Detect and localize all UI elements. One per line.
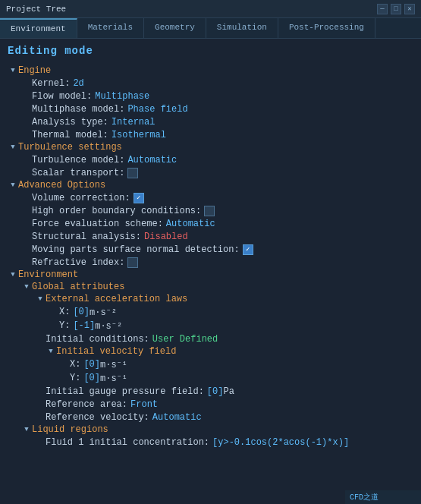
liquid-regions-header[interactable]: Liquid regions: [21, 424, 413, 436]
accel-x-row: X: [0] m·s⁻²: [49, 305, 413, 319]
multiphase-model-row: Multiphase model: Phase field: [21, 102, 413, 115]
liquid-regions-label: Liquid regions: [32, 424, 108, 435]
advanced-header[interactable]: Advanced Options: [8, 179, 413, 191]
environment-header[interactable]: Environment: [8, 269, 413, 281]
initial-velocity-label: Initial velocity field: [56, 346, 176, 357]
close-button[interactable]: ✕: [404, 4, 415, 14]
tab-geometry[interactable]: Geometry: [144, 18, 206, 38]
initial-velocity-header[interactable]: Initial velocity field: [35, 345, 413, 358]
thermal-model-value[interactable]: Isothermal: [112, 130, 166, 140]
turbulence-section: Turbulence settings Turbulence model: Au…: [8, 141, 413, 179]
initial-conditions-value[interactable]: User Defined: [152, 334, 218, 345]
restore-button[interactable]: □: [391, 4, 401, 14]
moving-parts-row: Moving parts surface normal detection:: [21, 243, 413, 256]
refractive-index-label: Refractive index:: [32, 257, 124, 268]
velocity-x-label: X:: [70, 359, 80, 370]
global-attributes-children: External acceleration laws X: [0] m·s⁻² …: [21, 293, 413, 424]
minimize-button[interactable]: ─: [377, 4, 388, 14]
engine-section: Engine Kernel: 2d Flow model: Multiphase…: [8, 65, 413, 141]
tab-environment[interactable]: Environment: [0, 18, 77, 38]
force-eval-row: Force evaluation scheme: Automatic: [21, 217, 413, 230]
engine-header[interactable]: Engine: [8, 65, 413, 77]
flow-model-row: Flow model: Multiphase: [21, 90, 413, 102]
initial-velocity-section: Initial velocity field X: [0] m·s⁻¹ Y: […: [35, 345, 413, 385]
refractive-index-checkbox[interactable]: [127, 257, 138, 268]
tab-materials[interactable]: Materials: [77, 18, 144, 38]
kernel-label: Kernel:: [32, 78, 70, 89]
liquid-regions-section: Liquid regions Fluid 1 initial concentra…: [21, 424, 413, 449]
global-attributes-header[interactable]: Global attributes: [21, 281, 413, 293]
external-acceleration-header[interactable]: External acceleration laws: [35, 293, 413, 305]
external-acceleration-section: External acceleration laws X: [0] m·s⁻² …: [35, 293, 413, 332]
title-bar-text: Project Tree: [6, 5, 66, 14]
multiphase-model-value[interactable]: Phase field: [127, 104, 187, 115]
kernel-value[interactable]: 2d: [73, 78, 83, 89]
external-acceleration-arrow: [35, 294, 46, 304]
analysis-type-row: Analysis type: Internal: [21, 115, 413, 128]
high-order-label: High order boundary conditions:: [32, 206, 201, 216]
force-eval-value[interactable]: Automatic: [166, 219, 215, 229]
environment-section: Environment Global attributes External a…: [8, 269, 413, 449]
turbulence-arrow: [8, 142, 18, 153]
fluid-concentration-row: Fluid 1 initial concentration: [y>-0.1co…: [35, 436, 413, 449]
scalar-transport-checkbox[interactable]: [127, 168, 138, 178]
scalar-transport-label: Scalar transport:: [32, 168, 124, 178]
reference-velocity-value[interactable]: Automatic: [152, 412, 202, 423]
accel-y-value[interactable]: [-1]: [73, 320, 95, 331]
gauge-pressure-unit: Pa: [223, 386, 234, 397]
global-attributes-label: Global attributes: [32, 282, 124, 292]
volume-correction-row: Volume correction:: [21, 191, 413, 204]
reference-area-value[interactable]: Front: [130, 399, 158, 410]
fluid-concentration-value[interactable]: [y>-0.1cos(2*acos(-1)*x)]: [212, 437, 349, 448]
analysis-type-value[interactable]: Internal: [112, 117, 156, 128]
structural-analysis-label: Structural analysis:: [32, 232, 141, 242]
tab-bar: Environment Materials Geometry Simulatio…: [0, 18, 421, 39]
title-bar: Project Tree ─ □ ✕: [0, 0, 421, 18]
velocity-x-value[interactable]: [0]: [83, 359, 100, 370]
global-attributes-section: Global attributes External acceleration …: [21, 281, 413, 424]
turbulence-model-value[interactable]: Automatic: [127, 155, 177, 165]
watermark: CFD之道: [345, 490, 421, 504]
fluid-concentration-label: Fluid 1 initial concentration:: [46, 437, 209, 448]
environment-arrow: [8, 269, 18, 280]
high-order-row: High order boundary conditions:: [21, 204, 413, 217]
moving-parts-label: Moving parts surface normal detection:: [32, 244, 240, 255]
turbulence-header[interactable]: Turbulence settings: [8, 141, 413, 153]
multiphase-model-label: Multiphase model:: [32, 104, 124, 115]
high-order-checkbox[interactable]: [204, 206, 215, 216]
tab-simulation[interactable]: Simulation: [206, 18, 278, 38]
structural-analysis-value[interactable]: Disabled: [144, 232, 188, 242]
engine-children: Kernel: 2d Flow model: Multiphase Multip…: [8, 77, 413, 141]
editing-mode-label: Editing mode: [8, 45, 413, 57]
initial-conditions-label: Initial conditions:: [46, 334, 149, 345]
external-acceleration-children: X: [0] m·s⁻² Y: [-1] m·s⁻²: [35, 305, 413, 332]
engine-arrow: [8, 65, 18, 76]
turbulence-label: Turbulence settings: [18, 142, 122, 153]
accel-x-value[interactable]: [0]: [73, 307, 90, 317]
advanced-children: Volume correction: High order boundary c…: [8, 191, 413, 269]
volume-correction-checkbox[interactable]: [134, 193, 144, 203]
velocity-y-value[interactable]: [0]: [83, 373, 100, 383]
liquid-regions-arrow: [21, 424, 32, 435]
gauge-pressure-value[interactable]: [0]: [207, 386, 224, 397]
environment-label: Environment: [18, 269, 78, 280]
global-attributes-arrow: [21, 282, 32, 292]
flow-model-value[interactable]: Multiphase: [95, 91, 149, 102]
advanced-arrow: [8, 180, 18, 191]
turbulence-children: Turbulence model: Automatic Scalar trans…: [8, 153, 413, 179]
accel-y-label: Y:: [59, 320, 70, 331]
initial-velocity-arrow: [46, 346, 56, 357]
tab-post-processing[interactable]: Post-Processing: [278, 18, 375, 38]
turbulence-model-row: Turbulence model: Automatic: [21, 153, 413, 166]
environment-children: Global attributes External acceleration …: [8, 281, 413, 449]
analysis-type-label: Analysis type:: [32, 117, 108, 128]
turbulence-model-label: Turbulence model:: [32, 155, 124, 165]
title-bar-controls: ─ □ ✕: [377, 4, 415, 14]
scalar-transport-row: Scalar transport:: [21, 166, 413, 179]
thermal-model-label: Thermal model:: [32, 130, 108, 140]
reference-velocity-label: Reference velocity:: [46, 412, 149, 423]
gauge-pressure-row: Initial gauge pressure field: [0] Pa: [35, 385, 413, 398]
moving-parts-checkbox[interactable]: [243, 244, 253, 255]
gauge-pressure-label: Initial gauge pressure field:: [46, 386, 204, 397]
refractive-index-row: Refractive index:: [21, 256, 413, 269]
